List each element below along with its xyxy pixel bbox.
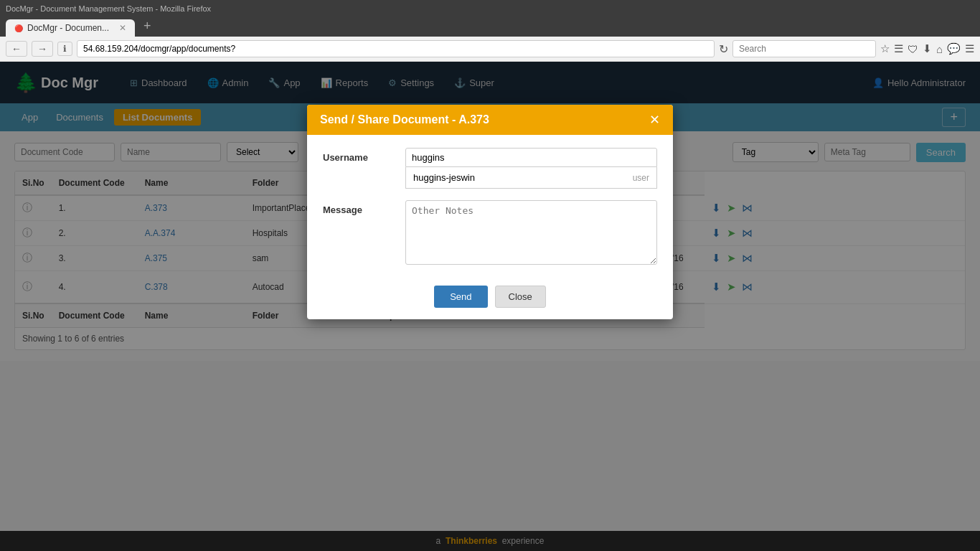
modal-header: Send / Share Document - A.373 ✕ [307,105,673,135]
reader-icon[interactable]: ☰ [894,42,903,55]
forward-button[interactable]: → [32,41,53,57]
autocomplete-username: huggins-jeswin [413,172,475,183]
menu-icon[interactable]: ☰ [965,42,974,55]
refresh-button[interactable]: ↻ [719,42,728,56]
message-row: Message [323,200,657,267]
username-label: Username [323,148,395,163]
autocomplete-dropdown: huggins-jeswin user [405,167,657,189]
autocomplete-role: user [633,173,649,183]
modal-close-button[interactable]: ✕ [649,113,660,126]
browser-title: DocMgr - Document Management System - Mo… [6,3,974,16]
username-field-wrapper: huggins-jeswin user [405,148,657,189]
browser-search-input[interactable] [732,40,876,57]
autocomplete-item[interactable]: huggins-jeswin user [406,167,656,188]
tab-label: DocMgr - Documen... [27,23,109,33]
bookmark-star-icon[interactable]: ☆ [880,42,890,55]
download-icon[interactable]: ⬇ [923,42,932,55]
tab-close-icon[interactable]: ✕ [119,23,126,33]
info-button[interactable]: ℹ [57,42,72,56]
modal-footer: Send Close [307,280,673,319]
browser-tab[interactable]: 🔴 DocMgr - Documen... ✕ [6,19,135,37]
username-row: Username huggins-jeswin user [323,148,657,189]
modal-overlay: Send / Share Document - A.373 ✕ Username… [0,62,980,551]
send-button[interactable]: Send [434,286,487,308]
chat-icon[interactable]: 💬 [947,42,961,55]
shield-icon[interactable]: 🛡 [908,43,918,55]
new-tab-button[interactable]: + [136,16,159,37]
home-icon[interactable]: ⌂ [936,43,943,55]
back-button[interactable]: ← [6,41,27,57]
message-label: Message [323,200,395,215]
modal-title: Send / Share Document - A.373 [320,113,489,126]
tab-icon: 🔴 [14,24,23,32]
modal-body: Username huggins-jeswin user [307,135,673,280]
username-input[interactable] [405,148,657,167]
close-button[interactable]: Close [495,286,546,308]
message-field-wrapper [405,200,657,267]
message-textarea[interactable] [405,200,657,265]
url-bar[interactable] [77,40,715,57]
send-share-modal: Send / Share Document - A.373 ✕ Username… [307,105,673,319]
